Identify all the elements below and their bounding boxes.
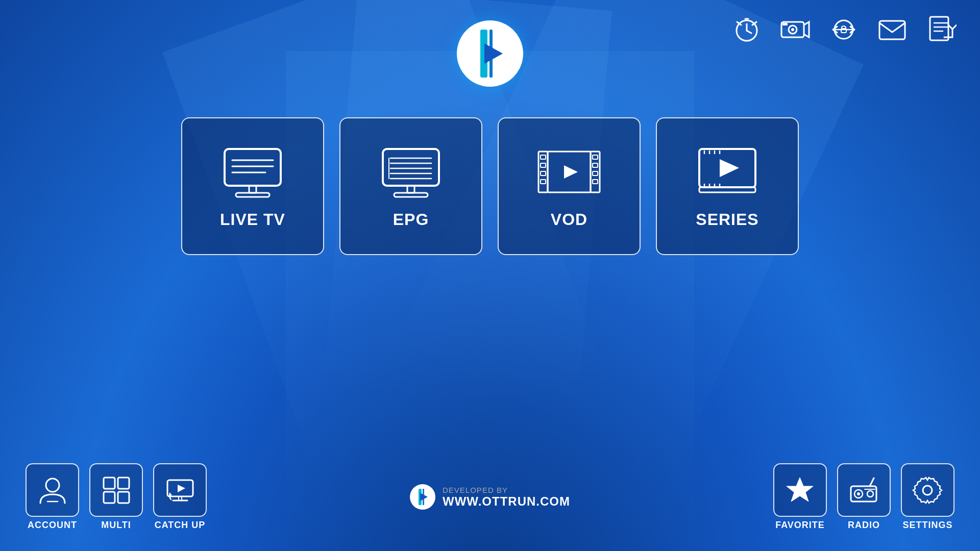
svg-rect-16: [383, 149, 439, 186]
series-button[interactable]: SERIES: [656, 117, 799, 255]
vpn-button[interactable]: [824, 10, 863, 48]
catch-up-label: CATCH UP: [155, 520, 206, 531]
favorite-button[interactable]: FAVORITE: [773, 463, 827, 531]
top-toolbar: [727, 10, 960, 48]
radio-label: RADIO: [848, 520, 880, 531]
svg-rect-37: [104, 492, 115, 503]
epg-icon: [378, 144, 444, 200]
rec-button[interactable]: [776, 10, 814, 48]
svg-rect-15: [236, 193, 270, 197]
bottom-bar: ACCOUNT MULTI: [0, 463, 980, 531]
account-button[interactable]: ACCOUNT: [26, 463, 79, 531]
svg-rect-11: [879, 21, 905, 39]
svg-point-34: [46, 479, 59, 492]
live-tv-button[interactable]: LIVE TV: [181, 117, 324, 255]
svg-point-52: [923, 486, 932, 495]
main-menu: LIVE TV: [181, 117, 799, 255]
brand-developed-by: DEVELOPED BY: [443, 486, 570, 494]
live-tv-label: LIVE TV: [220, 210, 285, 229]
vod-icon: [536, 144, 602, 200]
msg-button[interactable]: [873, 10, 911, 48]
svg-rect-17: [407, 186, 414, 193]
svg-rect-14: [249, 186, 256, 193]
svg-marker-47: [787, 478, 813, 502]
svg-rect-36: [118, 478, 129, 489]
svg-rect-28: [593, 171, 598, 176]
favorite-label: FAVORITE: [775, 520, 825, 531]
svg-rect-23: [541, 180, 546, 184]
svg-rect-33: [699, 187, 755, 192]
svg-rect-20: [541, 155, 546, 159]
live-tv-icon: [219, 144, 286, 200]
svg-rect-22: [541, 171, 546, 176]
epg-button[interactable]: EPG: [339, 117, 482, 255]
svg-marker-30: [564, 165, 578, 179]
svg-rect-8: [782, 23, 788, 26]
bottom-right-actions: FAVORITE: [773, 463, 954, 531]
svg-rect-35: [104, 478, 115, 489]
account-label: ACCOUNT: [28, 520, 77, 531]
vod-button[interactable]: VOD: [498, 117, 641, 255]
settings-label: SETTINGS: [902, 520, 952, 531]
radio-button[interactable]: RADIO: [837, 463, 891, 531]
svg-rect-26: [593, 155, 598, 159]
brand-area: DEVELOPED BY WWW.OTTRUN.COM: [410, 484, 570, 510]
svg-marker-40: [178, 485, 185, 492]
svg-point-7: [791, 28, 794, 31]
bottom-left-actions: ACCOUNT MULTI: [26, 463, 207, 531]
series-label: SERIES: [696, 210, 758, 229]
alarm-button[interactable]: [727, 10, 766, 48]
brand-logo: [410, 484, 435, 510]
multi-button[interactable]: MULTI: [89, 463, 143, 531]
settings-button[interactable]: SETTINGS: [901, 463, 954, 531]
series-icon: [694, 144, 761, 200]
multi-label: MULTI: [101, 520, 131, 531]
app-logo: [457, 20, 523, 87]
brand-url: WWW.OTTRUN.COM: [443, 494, 570, 509]
svg-rect-38: [118, 492, 129, 503]
svg-marker-32: [720, 159, 739, 177]
svg-rect-13: [225, 149, 281, 186]
epg-label: EPG: [393, 210, 429, 229]
svg-point-50: [857, 492, 860, 495]
svg-rect-21: [541, 163, 546, 167]
vod-label: VOD: [551, 210, 587, 229]
catch-up-button[interactable]: CATCH UP: [153, 463, 207, 531]
svg-rect-18: [394, 193, 428, 197]
svg-rect-29: [593, 180, 598, 184]
update-button[interactable]: [921, 10, 960, 48]
svg-point-51: [867, 491, 873, 497]
svg-rect-27: [593, 163, 598, 167]
